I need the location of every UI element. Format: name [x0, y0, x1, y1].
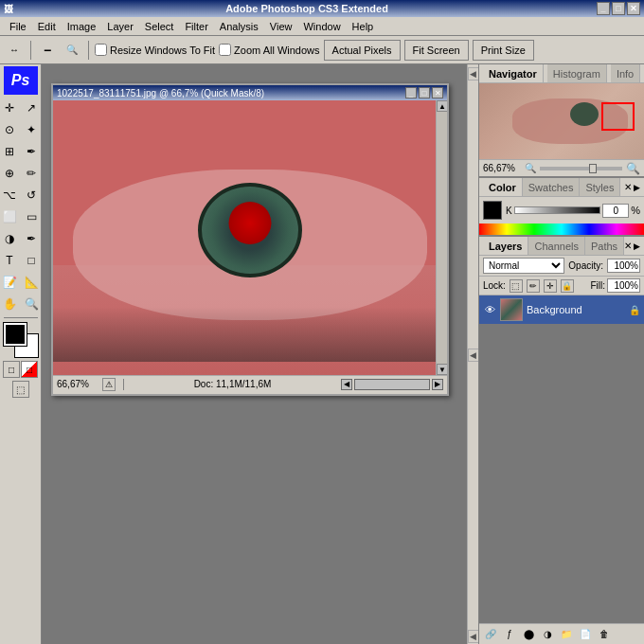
- zoom-in-button[interactable]: 🔍: [62, 40, 82, 61]
- magic-wand-tool[interactable]: ✦: [21, 119, 42, 140]
- color-preview-box[interactable]: [483, 201, 502, 220]
- tab-channels[interactable]: Channels: [528, 237, 584, 255]
- doc-vertical-scrollbar[interactable]: ▲ ▼: [436, 100, 447, 375]
- nav-next-button[interactable]: ▶: [432, 379, 443, 390]
- menu-filter[interactable]: Filter: [179, 19, 213, 34]
- notes-tool[interactable]: 📝: [0, 272, 20, 293]
- collapse-color-button[interactable]: ◀: [468, 349, 479, 362]
- doc-close-button[interactable]: ✕: [432, 87, 443, 98]
- hand-tool[interactable]: ✋: [0, 294, 20, 314]
- blend-mode-select[interactable]: Normal: [483, 258, 564, 274]
- color-selector[interactable]: [4, 323, 38, 357]
- adjustment-layer-icon[interactable]: ◑: [540, 627, 555, 642]
- zoom-all-windows-checkbox[interactable]: Zoom All Windows: [219, 44, 319, 56]
- tab-info[interactable]: Info: [611, 64, 640, 82]
- layer-group-icon[interactable]: 📁: [559, 627, 574, 642]
- tab-navigator[interactable]: Navigator: [483, 64, 544, 82]
- menu-edit[interactable]: Edit: [32, 19, 62, 34]
- resize-windows-checkbox[interactable]: Resize Windows To Fit: [95, 44, 215, 56]
- k-value-input[interactable]: [602, 204, 629, 218]
- actual-pixels-button[interactable]: Actual Pixels: [324, 40, 401, 61]
- shape-tool[interactable]: □: [21, 250, 42, 271]
- healing-tool[interactable]: ⊕: [0, 163, 20, 184]
- fill-label: Fill:: [590, 280, 605, 291]
- menu-analysis[interactable]: Analysis: [214, 19, 264, 34]
- menu-view[interactable]: View: [264, 19, 298, 34]
- menu-select[interactable]: Select: [139, 19, 180, 34]
- tab-styles[interactable]: Styles: [580, 178, 620, 196]
- zoom-large-icon[interactable]: 🔍: [626, 162, 640, 175]
- statusbar-divider: [123, 379, 124, 390]
- minimize-button[interactable]: _: [597, 2, 610, 15]
- options-toolbar: ↔ − 🔍 Resize Windows To Fit Zoom All Win…: [0, 36, 644, 64]
- zoom-out-button[interactable]: −: [37, 40, 58, 61]
- scroll-down-button[interactable]: ▼: [437, 364, 447, 375]
- menu-layer[interactable]: Layer: [101, 19, 139, 34]
- k-slider[interactable]: [514, 206, 601, 214]
- print-size-button[interactable]: Print Size: [473, 40, 534, 61]
- tab-swatches[interactable]: Swatches: [523, 178, 581, 196]
- lasso-tool[interactable]: ⊙: [0, 119, 20, 140]
- measure-tool[interactable]: 📐: [21, 272, 42, 293]
- canvas-area: 1022517_83111751.jpg @ 66,7% (Quick Mask…: [42, 64, 467, 644]
- eyedropper-tool[interactable]: ✒: [21, 141, 42, 162]
- close-button[interactable]: ✕: [627, 2, 640, 15]
- tab-layers[interactable]: Layers: [483, 237, 528, 255]
- tab-color[interactable]: Color: [483, 178, 523, 196]
- brush-tool[interactable]: ✏: [21, 163, 42, 184]
- status-nav-controls: ◀ ▶: [341, 379, 443, 390]
- quickmask-mode-button[interactable]: □: [21, 361, 38, 378]
- layer-visibility-icon[interactable]: 👁: [483, 303, 496, 316]
- standard-mode-button[interactable]: □: [3, 361, 20, 378]
- layer-style-icon[interactable]: ƒ: [502, 627, 517, 642]
- doc-minimize-button[interactable]: _: [405, 87, 417, 98]
- fill-input[interactable]: [607, 278, 640, 293]
- arrow-tool[interactable]: ↗: [21, 98, 42, 118]
- maximize-button[interactable]: □: [612, 2, 625, 15]
- scroll-up-button[interactable]: ▲: [437, 100, 447, 112]
- layers-close-icon[interactable]: ✕: [624, 241, 632, 251]
- gradient-tool[interactable]: ▭: [21, 206, 42, 227]
- opacity-label: Opacity:: [568, 260, 603, 271]
- crop-tool[interactable]: ⊞: [0, 141, 20, 162]
- clone-tool[interactable]: ⌥: [0, 185, 20, 206]
- tab-paths[interactable]: Paths: [585, 237, 624, 255]
- screen-mode-button[interactable]: ⬚: [12, 381, 29, 398]
- zoom-tool[interactable]: 🔍: [21, 294, 42, 314]
- move-tool[interactable]: ✛: [0, 98, 20, 118]
- opacity-input[interactable]: [607, 259, 640, 273]
- zoom-thumb[interactable]: [589, 164, 597, 173]
- lock-transparent-icon[interactable]: ⬚: [510, 279, 523, 293]
- layer-mask-icon[interactable]: ⬤: [521, 627, 536, 642]
- lock-image-icon[interactable]: ✏: [527, 279, 540, 293]
- text-tool[interactable]: T: [0, 250, 20, 271]
- nav-slider[interactable]: [354, 379, 430, 390]
- menu-image[interactable]: Image: [62, 19, 102, 34]
- zoom-slider[interactable]: [540, 167, 622, 170]
- menu-file[interactable]: File: [4, 19, 32, 34]
- delete-layer-icon[interactable]: 🗑: [597, 627, 612, 642]
- history-brush-tool[interactable]: ↺: [21, 185, 42, 206]
- nav-prev-button[interactable]: ◀: [341, 379, 352, 390]
- color-close-icon[interactable]: ✕: [624, 182, 632, 192]
- doc-maximize-button[interactable]: □: [419, 87, 430, 98]
- color-options-icon[interactable]: ▶: [634, 183, 640, 192]
- collapse-nav-button[interactable]: ◀: [468, 67, 479, 80]
- lock-all-icon[interactable]: 🔒: [561, 279, 574, 293]
- eraser-tool[interactable]: ⬜: [0, 206, 20, 227]
- document-titlebar: 1022517_83111751.jpg @ 66,7% (Quick Mask…: [53, 85, 447, 100]
- collapse-layers-button[interactable]: ◀: [468, 630, 479, 643]
- link-layers-icon[interactable]: 🔗: [483, 627, 498, 642]
- fit-screen-button[interactable]: Fit Screen: [404, 40, 469, 61]
- zoom-small-icon[interactable]: 🔍: [525, 163, 536, 173]
- tab-histogram[interactable]: Histogram: [547, 64, 607, 82]
- menu-help[interactable]: Help: [347, 19, 380, 34]
- new-layer-icon[interactable]: 📄: [578, 627, 593, 642]
- layers-options-icon[interactable]: ▶: [634, 242, 640, 251]
- foreground-color-box[interactable]: [4, 323, 27, 346]
- lock-position-icon[interactable]: ✛: [544, 279, 557, 293]
- layer-item-background[interactable]: 👁 Background 🔒: [479, 295, 644, 324]
- dodge-tool[interactable]: ◑: [0, 228, 20, 249]
- pen-tool[interactable]: ✒: [21, 228, 42, 249]
- menu-window[interactable]: Window: [297, 19, 346, 34]
